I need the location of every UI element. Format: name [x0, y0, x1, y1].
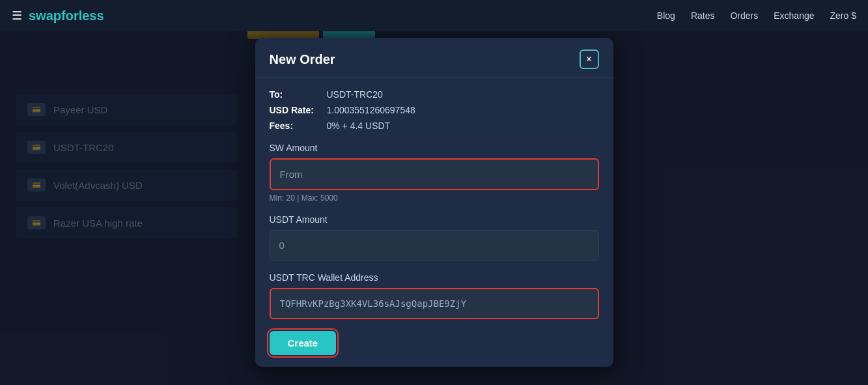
modal-close-button[interactable]: ×	[580, 50, 599, 69]
sw-amount-hint: Min: 20 | Max: 5000	[270, 193, 599, 203]
sw-amount-label: SW Amount	[270, 143, 599, 153]
to-label: To:	[270, 89, 322, 100]
fees-row: Fees: 0% + 4.4 USDT	[270, 121, 599, 131]
nav-zero[interactable]: Zero $	[830, 10, 856, 21]
fees-value: 0% + 4.4 USDT	[327, 121, 391, 131]
usdt-amount-label: USDT Amount	[270, 214, 599, 225]
fees-label: Fees:	[270, 121, 322, 131]
menu-icon[interactable]: ☰	[12, 8, 22, 23]
usd-rate-row: USD Rate: 1.0003551260697548	[270, 105, 599, 115]
usdt-amount-section: USDT Amount	[270, 214, 599, 261]
to-row: To: USDT-TRC20	[270, 89, 599, 100]
usd-rate-label: USD Rate:	[270, 105, 322, 115]
wallet-address-input[interactable]	[270, 288, 599, 319]
new-order-modal: New Order × To: USDT-TRC20 USD Rate: 1.0…	[255, 38, 613, 367]
site-logo[interactable]: swapforless	[29, 8, 104, 23]
modal-header: New Order ×	[255, 38, 613, 78]
create-button[interactable]: Create	[270, 331, 337, 355]
wallet-label: USDT TRC Wallet Address	[270, 272, 599, 283]
nav-rates[interactable]: Rates	[691, 10, 715, 21]
sw-amount-input[interactable]	[270, 158, 599, 190]
nav-exchange[interactable]: Exchange	[774, 10, 814, 21]
main-area: Send Receive 💳 Payeer USD 💳 USDT-TRC20 💳…	[0, 31, 868, 385]
sw-amount-section: SW Amount Min: 20 | Max: 5000	[270, 143, 599, 203]
nav-blog[interactable]: Blog	[657, 10, 675, 21]
to-value: USDT-TRC20	[327, 89, 383, 100]
modal-body: To: USDT-TRC20 USD Rate: 1.0003551260697…	[255, 78, 613, 367]
wallet-section: USDT TRC Wallet Address	[270, 272, 599, 319]
usd-rate-value: 1.0003551260697548	[327, 105, 415, 115]
modal-title: New Order	[270, 52, 335, 67]
modal-backdrop: New Order × To: USDT-TRC20 USD Rate: 1.0…	[0, 31, 868, 385]
usdt-amount-input[interactable]	[270, 230, 599, 261]
nav-links: Blog Rates Orders Exchange Zero $	[657, 10, 856, 21]
navbar: ☰ swapforless Blog Rates Orders Exchange…	[0, 0, 868, 31]
nav-orders[interactable]: Orders	[730, 10, 758, 21]
